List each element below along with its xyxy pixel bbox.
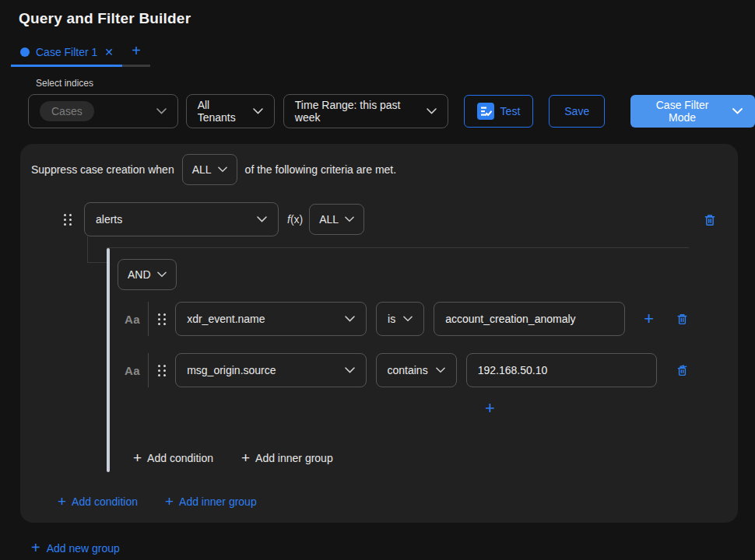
delete-group-button[interactable] [703, 212, 717, 227]
drag-handle-icon[interactable] [64, 214, 72, 226]
condition-field-select[interactable]: msg_origin.source [175, 353, 366, 387]
chevron-down-icon [157, 271, 167, 278]
case-filter-mode-button[interactable]: Case Filter Mode [630, 95, 755, 128]
divider [148, 353, 149, 387]
group-operator-value: ALL [319, 213, 339, 226]
condition-field-select[interactable]: xdr_event.name [175, 302, 367, 336]
add-condition-label: Add condition [72, 495, 138, 508]
tab-bar: Case Filter 1 ✕ + [11, 41, 755, 67]
group-header-row: alerts f(x) ALL [64, 202, 719, 236]
chevron-down-icon [345, 216, 354, 222]
indices-chip: Cases [40, 101, 94, 121]
save-button-label: Save [564, 105, 589, 117]
condition-operator-select[interactable]: contains [376, 353, 457, 387]
trash-icon [703, 212, 717, 227]
case-sensitivity-toggle[interactable]: Aa [125, 313, 140, 326]
plus-icon: + [165, 493, 174, 510]
chevron-down-icon [345, 367, 355, 373]
chevron-down-icon [257, 216, 267, 222]
tenants-value: All Tenants [198, 99, 245, 124]
time-range-value: Time Range: this past week [295, 99, 419, 124]
add-inner-group-button[interactable]: + Add inner group [165, 493, 257, 510]
chevron-down-icon [345, 316, 355, 322]
group-connector-line [87, 236, 107, 263]
toolbar: Cases All Tenants Time Range: this past … [28, 94, 755, 128]
add-condition-label: Add condition [147, 452, 213, 464]
trash-open-icon [676, 363, 689, 377]
add-condition-button[interactable]: + Add condition [58, 493, 138, 510]
tab-case-filter-1[interactable]: Case Filter 1 ✕ [11, 46, 122, 67]
suppress-rule-row: Suppress case creation when ALL of the f… [31, 154, 719, 185]
indices-select[interactable]: Cases [28, 94, 178, 128]
drag-handle-icon[interactable] [158, 365, 166, 376]
drag-handle-icon[interactable] [158, 313, 166, 325]
case-sensitivity-toggle[interactable]: Aa [125, 364, 140, 377]
tab-close-icon[interactable]: ✕ [104, 46, 114, 58]
suppress-text-prefix: Suppress case creation when [31, 163, 174, 176]
inner-logic-value: AND [128, 268, 151, 281]
plus-icon: + [241, 450, 250, 467]
chevron-down-icon [427, 108, 437, 114]
chevron-down-icon [156, 108, 167, 114]
plus-icon: + [58, 493, 66, 510]
condition-operator-value: contains [388, 364, 428, 376]
page-title: Query and Filter Builder [0, 0, 755, 27]
condition-operator-value: is [388, 313, 395, 325]
group-indent-bar [107, 248, 110, 472]
group-operator-select[interactable]: ALL [309, 204, 364, 235]
condition-field-value: xdr_event.name [187, 313, 265, 325]
add-inner-group-label: Add inner group [179, 495, 257, 508]
plus-icon: + [133, 450, 142, 467]
save-button[interactable]: Save [549, 95, 605, 128]
test-button-label: Test [500, 105, 521, 117]
delete-condition-button[interactable] [676, 312, 689, 326]
add-tab-button[interactable]: + [122, 42, 150, 67]
tenants-select[interactable]: All Tenants [186, 94, 275, 128]
add-new-group-button[interactable]: + Add new group [31, 539, 120, 557]
tab-label: Case Filter 1 [36, 46, 97, 58]
condition-operator-select[interactable]: is [376, 302, 424, 336]
add-inner-group-button[interactable]: + Add inner group [241, 450, 333, 467]
inner-logic-select[interactable]: AND [118, 259, 177, 290]
test-checklist-icon [477, 103, 494, 120]
suppress-text-suffix: of the following criteria are met. [245, 163, 397, 176]
condition-row: Aa msg_origin.source contains [125, 353, 689, 387]
plus-icon: + [31, 539, 40, 557]
add-value-button[interactable]: + [641, 309, 657, 329]
suppress-operator-select[interactable]: ALL [182, 154, 237, 185]
group-field-value: alerts [96, 213, 122, 226]
group-field-select[interactable]: alerts [84, 202, 279, 236]
suppress-operator-value: ALL [192, 163, 212, 176]
add-new-group-label: Add new group [47, 542, 120, 555]
add-inner-group-label: Add inner group [255, 452, 333, 464]
chevron-down-icon [436, 367, 445, 373]
select-indices-label: Select indices [36, 78, 755, 89]
divider [148, 302, 149, 336]
inner-group-container: AND Aa xdr_event.name is + [107, 247, 689, 471]
chevron-down-icon [253, 108, 263, 114]
condition-row: Aa xdr_event.name is + [125, 302, 689, 336]
condition-value-input[interactable] [466, 353, 657, 387]
chevron-down-icon [218, 166, 227, 173]
filter-group-panel: Suppress case creation when ALL of the f… [20, 144, 738, 523]
add-condition-below-button[interactable]: + [482, 398, 498, 418]
test-button[interactable]: Test [464, 95, 534, 128]
add-condition-button[interactable]: + Add condition [133, 450, 213, 467]
fx-function-label: f(x) [287, 213, 303, 226]
trash-icon [676, 312, 689, 326]
time-range-select[interactable]: Time Range: this past week [283, 94, 448, 128]
condition-field-value: msg_origin.source [187, 364, 276, 376]
group-actions: + Add condition + Add inner group [58, 493, 257, 510]
condition-value-input[interactable] [434, 302, 625, 336]
chevron-down-icon [732, 108, 743, 114]
inner-group-actions: + Add condition + Add inner group [133, 450, 689, 467]
tab-status-dot-icon [20, 47, 30, 57]
chevron-down-icon [403, 316, 413, 322]
case-filter-mode-label: Case Filter Mode [643, 99, 722, 124]
delete-condition-button[interactable] [676, 363, 689, 377]
